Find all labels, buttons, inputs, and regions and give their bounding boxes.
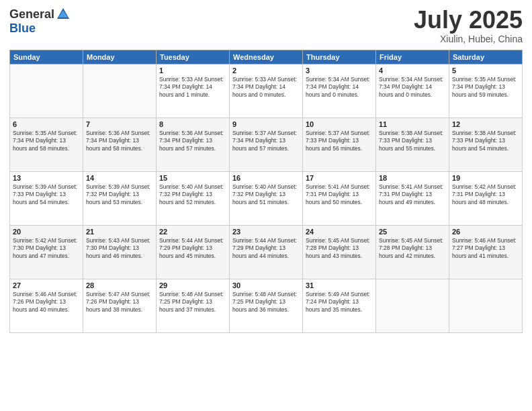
day-number: 4 [379, 66, 446, 75]
calendar-day-cell: 7Sunrise: 5:36 AM Sunset: 7:34 PM Daylig… [83, 118, 157, 171]
calendar-day-cell: 31Sunrise: 5:49 AM Sunset: 7:24 PM Dayli… [303, 279, 376, 332]
day-number: 9 [232, 120, 300, 128]
title-block: July 2025 Xiulin, Hubei, China [414, 7, 523, 44]
day-number: 3 [306, 66, 373, 75]
day-detail: Sunrise: 5:48 AM Sunset: 7:25 PM Dayligh… [232, 291, 300, 314]
day-number: 7 [86, 120, 153, 128]
day-detail: Sunrise: 5:46 AM Sunset: 7:27 PM Dayligh… [452, 237, 519, 260]
day-detail: Sunrise: 5:39 AM Sunset: 7:32 PM Dayligh… [86, 183, 153, 206]
calendar-day-cell: 11Sunrise: 5:38 AM Sunset: 7:33 PM Dayli… [376, 118, 449, 171]
calendar-day-cell: 20Sunrise: 5:42 AM Sunset: 7:30 PM Dayli… [10, 225, 83, 279]
calendar-day-cell: 14Sunrise: 5:39 AM Sunset: 7:32 PM Dayli… [83, 171, 157, 225]
calendar-day-cell [83, 64, 157, 118]
calendar-day-cell: 1Sunrise: 5:33 AM Sunset: 7:34 PM Daylig… [157, 64, 230, 118]
calendar-day-cell: 27Sunrise: 5:46 AM Sunset: 7:26 PM Dayli… [10, 279, 83, 332]
calendar-day-cell: 25Sunrise: 5:45 AM Sunset: 7:28 PM Dayli… [376, 225, 449, 279]
day-detail: Sunrise: 5:36 AM Sunset: 7:34 PM Dayligh… [86, 130, 153, 152]
month-title: July 2025 [414, 7, 523, 34]
calendar-day-cell: 3Sunrise: 5:34 AM Sunset: 7:34 PM Daylig… [303, 64, 376, 118]
calendar-day-cell: 16Sunrise: 5:40 AM Sunset: 7:32 PM Dayli… [230, 171, 303, 225]
day-number: 26 [452, 228, 519, 236]
day-detail: Sunrise: 5:33 AM Sunset: 7:34 PM Dayligh… [232, 76, 300, 99]
day-number: 28 [86, 281, 153, 289]
calendar-day-cell: 12Sunrise: 5:38 AM Sunset: 7:33 PM Dayli… [449, 118, 523, 171]
calendar-day-cell: 23Sunrise: 5:44 AM Sunset: 7:29 PM Dayli… [230, 225, 303, 279]
day-detail: Sunrise: 5:38 AM Sunset: 7:33 PM Dayligh… [452, 130, 519, 152]
day-detail: Sunrise: 5:43 AM Sunset: 7:30 PM Dayligh… [86, 237, 153, 260]
calendar-body: 1Sunrise: 5:33 AM Sunset: 7:34 PM Daylig… [10, 64, 523, 332]
day-detail: Sunrise: 5:39 AM Sunset: 7:33 PM Dayligh… [13, 183, 80, 206]
day-detail: Sunrise: 5:42 AM Sunset: 7:30 PM Dayligh… [13, 237, 80, 260]
day-number: 14 [86, 174, 153, 182]
day-number: 12 [452, 120, 519, 128]
page: General Blue July 2025 Xiulin, Hubei, Ch… [0, 0, 532, 411]
day-number: 24 [306, 228, 373, 236]
day-detail: Sunrise: 5:45 AM Sunset: 7:28 PM Dayligh… [379, 237, 446, 260]
day-detail: Sunrise: 5:44 AM Sunset: 7:29 PM Dayligh… [159, 237, 226, 260]
weekday-header-cell: Sunday [10, 50, 83, 64]
logo-icon [56, 7, 71, 21]
calendar-day-cell: 4Sunrise: 5:34 AM Sunset: 7:34 PM Daylig… [376, 64, 449, 118]
calendar-day-cell: 13Sunrise: 5:39 AM Sunset: 7:33 PM Dayli… [10, 171, 83, 225]
calendar-table: SundayMondayTuesdayWednesdayThursdayFrid… [9, 50, 523, 333]
weekday-header-row: SundayMondayTuesdayWednesdayThursdayFrid… [10, 50, 523, 64]
calendar-day-cell: 30Sunrise: 5:48 AM Sunset: 7:25 PM Dayli… [230, 279, 303, 332]
calendar-day-cell [449, 279, 523, 332]
day-number: 5 [452, 66, 519, 75]
logo: General Blue [9, 7, 71, 36]
calendar-day-cell: 28Sunrise: 5:47 AM Sunset: 7:26 PM Dayli… [83, 279, 157, 332]
calendar-week-row: 1Sunrise: 5:33 AM Sunset: 7:34 PM Daylig… [10, 64, 523, 118]
day-detail: Sunrise: 5:45 AM Sunset: 7:28 PM Dayligh… [306, 237, 373, 260]
calendar-day-cell: 21Sunrise: 5:43 AM Sunset: 7:30 PM Dayli… [83, 225, 157, 279]
day-detail: Sunrise: 5:40 AM Sunset: 7:32 PM Dayligh… [159, 183, 226, 206]
calendar-day-cell: 2Sunrise: 5:33 AM Sunset: 7:34 PM Daylig… [230, 64, 303, 118]
weekday-header-cell: Saturday [449, 50, 523, 64]
logo-general-text: General [9, 7, 54, 21]
day-number: 23 [232, 228, 300, 236]
day-detail: Sunrise: 5:41 AM Sunset: 7:31 PM Dayligh… [306, 183, 373, 206]
day-number: 6 [13, 120, 80, 128]
day-detail: Sunrise: 5:34 AM Sunset: 7:34 PM Dayligh… [379, 76, 446, 99]
day-number: 29 [159, 281, 226, 289]
calendar-day-cell: 5Sunrise: 5:35 AM Sunset: 7:34 PM Daylig… [449, 64, 523, 118]
header: General Blue July 2025 Xiulin, Hubei, Ch… [9, 7, 523, 44]
calendar-week-row: 20Sunrise: 5:42 AM Sunset: 7:30 PM Dayli… [10, 225, 523, 279]
day-number: 27 [13, 281, 80, 289]
day-detail: Sunrise: 5:41 AM Sunset: 7:31 PM Dayligh… [379, 183, 446, 206]
day-detail: Sunrise: 5:49 AM Sunset: 7:24 PM Dayligh… [306, 291, 373, 314]
calendar-week-row: 27Sunrise: 5:46 AM Sunset: 7:26 PM Dayli… [10, 279, 523, 332]
calendar-day-cell: 26Sunrise: 5:46 AM Sunset: 7:27 PM Dayli… [449, 225, 523, 279]
weekday-header-cell: Tuesday [157, 50, 230, 64]
day-detail: Sunrise: 5:38 AM Sunset: 7:33 PM Dayligh… [379, 130, 446, 152]
day-number: 8 [159, 120, 226, 128]
logo-blue-text: Blue [9, 21, 36, 36]
day-number: 30 [232, 281, 300, 289]
day-number: 19 [452, 174, 519, 182]
calendar-day-cell: 17Sunrise: 5:41 AM Sunset: 7:31 PM Dayli… [303, 171, 376, 225]
calendar-day-cell: 24Sunrise: 5:45 AM Sunset: 7:28 PM Dayli… [303, 225, 376, 279]
weekday-header-cell: Thursday [303, 50, 376, 64]
location: Xiulin, Hubei, China [414, 34, 523, 44]
calendar-day-cell: 29Sunrise: 5:48 AM Sunset: 7:25 PM Dayli… [157, 279, 230, 332]
calendar-week-row: 13Sunrise: 5:39 AM Sunset: 7:33 PM Dayli… [10, 171, 523, 225]
day-number: 13 [13, 174, 80, 182]
day-number: 16 [232, 174, 300, 182]
day-detail: Sunrise: 5:40 AM Sunset: 7:32 PM Dayligh… [232, 183, 300, 206]
calendar-day-cell: 22Sunrise: 5:44 AM Sunset: 7:29 PM Dayli… [157, 225, 230, 279]
calendar-day-cell: 9Sunrise: 5:37 AM Sunset: 7:34 PM Daylig… [230, 118, 303, 171]
calendar-day-cell: 18Sunrise: 5:41 AM Sunset: 7:31 PM Dayli… [376, 171, 449, 225]
day-number: 31 [306, 281, 373, 289]
day-detail: Sunrise: 5:46 AM Sunset: 7:26 PM Dayligh… [13, 291, 80, 314]
day-detail: Sunrise: 5:37 AM Sunset: 7:34 PM Dayligh… [232, 130, 300, 152]
day-detail: Sunrise: 5:37 AM Sunset: 7:33 PM Dayligh… [306, 130, 373, 152]
day-number: 22 [159, 228, 226, 236]
day-detail: Sunrise: 5:35 AM Sunset: 7:34 PM Dayligh… [13, 130, 80, 152]
calendar-day-cell: 19Sunrise: 5:42 AM Sunset: 7:31 PM Dayli… [449, 171, 523, 225]
weekday-header-cell: Friday [376, 50, 449, 64]
day-number: 17 [306, 174, 373, 182]
weekday-header-cell: Wednesday [230, 50, 303, 64]
day-number: 15 [159, 174, 226, 182]
day-number: 25 [379, 228, 446, 236]
day-number: 10 [306, 120, 373, 128]
day-number: 2 [232, 66, 300, 75]
